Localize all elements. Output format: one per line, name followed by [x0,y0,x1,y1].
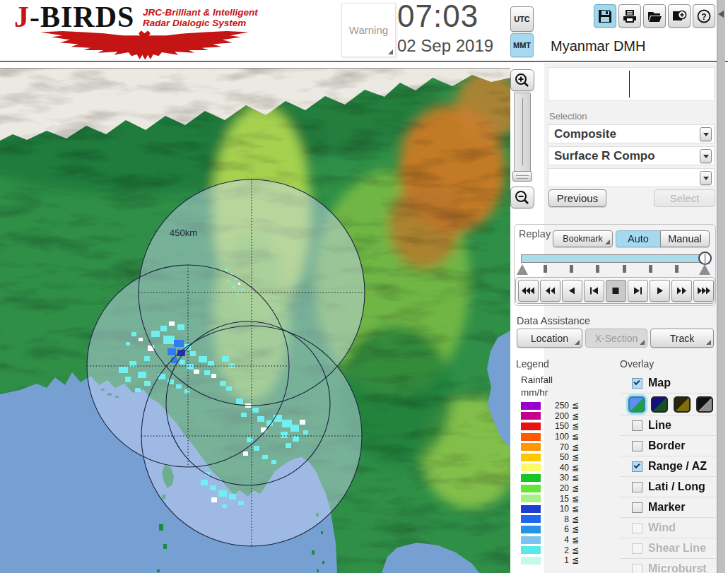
rainfall-echo [131,332,136,336]
replay-manual-button[interactable]: Manual [660,230,710,247]
overlay-checkbox-line[interactable] [632,420,642,431]
rainfall-echo [257,416,264,422]
location-button[interactable]: Location [517,329,582,348]
rainfall-echo [229,494,236,500]
map-style-swatch-black-olive[interactable] [674,396,691,413]
chevron-down-icon[interactable] [700,171,712,185]
legend-lte-symbol: ≦ [572,545,579,555]
rainfall-echo [171,358,177,363]
stop-button[interactable] [606,280,626,302]
rainfall-echo [135,388,141,392]
map-zoom-out-button[interactable] [510,187,534,208]
overlay-label-map: Map [648,377,671,389]
radar-map[interactable]: 450km [0,69,510,573]
overlay-label-lati-long: Lati / Long [648,480,705,493]
rainfall-echo [286,443,291,448]
rainfall-echo [204,370,210,375]
rainfall-echo [242,288,244,290]
timezone-utc-button[interactable]: UTC [510,6,534,32]
legend-row: 30≦ [521,473,592,483]
step-forward-button[interactable] [628,280,648,302]
map-style-swatch-navy-darkgreen[interactable] [651,396,668,413]
legend-lte-symbol: ≦ [572,463,579,473]
rainfall-echo [177,324,184,330]
rainfall-echo [218,490,227,497]
selection-label: Selection [549,111,587,122]
rainfall-echo [236,398,243,404]
overlay-checkbox-range-az[interactable] [632,461,642,472]
replay-timeline-handle[interactable] [698,252,712,265]
rainfall-echo [271,460,276,464]
capture-add-button[interactable] [668,4,691,28]
timeline-start-marker[interactable] [517,264,528,275]
step-back-button[interactable] [584,280,604,302]
forward-full-button[interactable] [693,280,714,302]
select-button[interactable]: Select [654,189,715,207]
bookmark-button[interactable]: Bookmark [553,230,613,247]
legend-lte-symbol: ≦ [572,452,579,462]
overlay-list: MapLineBorderRange / AZLati / LongMarker… [620,373,716,573]
chevron-down-icon[interactable] [700,127,712,141]
warning-button[interactable]: Warning [341,3,396,57]
overlay-checkbox-lati-long[interactable] [632,482,642,492]
rainfall-echo [180,360,185,365]
chevron-down-icon[interactable] [700,149,712,163]
overlay-checkbox-marker[interactable] [632,502,642,513]
help-button[interactable]: ? [693,4,715,28]
dropdown-product-category[interactable]: Composite [548,124,715,143]
checkmark-icon [633,378,640,384]
rainfall-echo [184,389,189,394]
rainfall-echo [225,269,228,271]
legend-row: 250≦ [521,401,592,411]
legend-value: 2 [541,545,569,555]
track-button[interactable]: Track [650,329,714,348]
station-input[interactable] [548,67,715,101]
overlay-checkbox-border[interactable] [632,441,642,451]
playback-controls [515,277,715,304]
legend-color-swatch [521,402,541,410]
dropdown-product-type[interactable]: Surface R Compo [548,146,715,165]
map-zoom-slider-handle[interactable] [512,171,532,182]
rewind-button[interactable] [540,280,560,302]
save-button[interactable] [594,4,616,28]
rainfall-echo [208,361,214,366]
timeline-end-marker[interactable] [699,264,710,275]
map-viewport[interactable]: 450km [0,68,510,573]
overlay-row-map: Map [620,373,716,394]
rewind-full-button[interactable] [518,280,539,302]
legend-value: 40 [541,463,569,473]
legend-row: 2≦ [521,545,592,555]
dropdown-product-option[interactable] [548,168,715,187]
legend-lte-symbol: ≦ [572,473,579,483]
legend-lte-symbol: ≦ [572,401,579,410]
print-button[interactable] [618,4,641,28]
legend-value: 8 [541,514,569,524]
rainfall-echo [222,356,229,362]
timeline-tick [596,265,599,273]
play-button[interactable] [650,280,670,302]
panel-collapse-strip[interactable] [717,0,725,573]
open-folder-button[interactable] [643,4,666,28]
play-back-button[interactable] [562,280,582,302]
map-zoom-in-button[interactable] [510,69,534,91]
map-style-swatch-black-gray[interactable] [696,396,713,413]
legend-color-swatch [521,463,541,471]
overlay-checkbox-map[interactable] [632,378,642,389]
legend-value: 4 [541,535,569,545]
replay-auto-button[interactable]: Auto [616,230,661,247]
rainfall-echo [238,501,244,505]
timezone-mmt-button[interactable]: MMT [510,33,534,57]
map-style-swatch-blue-green[interactable] [628,396,645,413]
help-icon: ? [696,8,712,24]
legend-row: 100≦ [521,432,592,442]
replay-timeline-track[interactable] [521,254,710,263]
legend-color-swatch [521,536,541,544]
overlay-label-border: Border [648,439,685,452]
map-zoom-slider-track[interactable] [514,93,531,182]
overlay-label-range-az: Range / AZ [648,460,707,473]
rainfall-echo [144,356,150,361]
warning-label: Warning [349,24,388,36]
legend-lte-symbol: ≦ [572,411,579,421]
forward-button[interactable] [671,280,692,302]
previous-button[interactable]: Previous [548,189,606,207]
